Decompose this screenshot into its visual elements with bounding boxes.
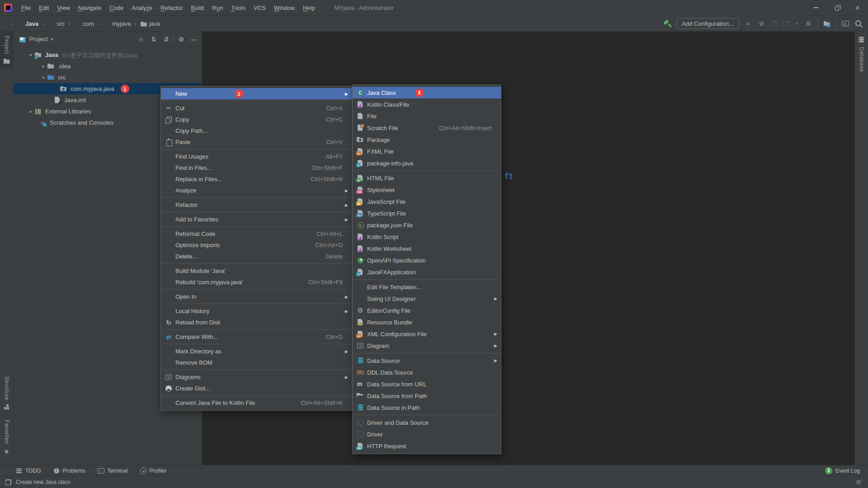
- menu-item[interactable]: XML Configuration File ▶: [353, 328, 501, 340]
- tool-button-project[interactable]: Project: [0, 32, 13, 68]
- menu-item[interactable]: Data Source from Path ▶: [353, 390, 501, 402]
- menu-item[interactable]: Find Usages Alt+F7 ▶: [161, 151, 352, 162]
- tool-window-button[interactable]: Profiler: [140, 468, 167, 474]
- locate-icon[interactable]: ⊕: [136, 34, 146, 44]
- menu-item[interactable]: Mark Directory as ▶: [161, 346, 352, 357]
- settings-gear-icon[interactable]: ⚙: [176, 34, 187, 44]
- ide-update-icon[interactable]: [854, 478, 863, 486]
- collapse-all-icon[interactable]: ⇵: [161, 34, 172, 44]
- menu-item[interactable]: Compare With... Ctrl+D ▶: [161, 331, 352, 343]
- menu-bar-item[interactable]: Build: [187, 0, 208, 16]
- menu-item[interactable]: EditorConfig File ▶: [353, 305, 501, 316]
- menu-item[interactable]: Data Source ▶: [353, 355, 501, 366]
- menu-item[interactable]: Copy Path... ▶: [161, 125, 352, 136]
- menu-item[interactable]: Reformat Code Ctrl+Alt+L ▶: [161, 228, 352, 239]
- menu-item[interactable]: JavaScript File ▶: [353, 196, 501, 207]
- menu-item[interactable]: Diagrams ▶: [161, 371, 352, 383]
- expand-all-icon[interactable]: ⇅: [148, 34, 159, 44]
- chevron-down-icon[interactable]: ▾: [51, 37, 53, 42]
- hide-icon[interactable]: —: [189, 34, 199, 44]
- breadcrumb-item[interactable]: src: [38, 20, 65, 27]
- menu-item[interactable]: Data Source from URL ▶: [353, 378, 501, 390]
- breadcrumb-item[interactable]: java: [131, 20, 160, 27]
- menu-item[interactable]: Resource Bundle ▶: [353, 316, 501, 328]
- run-options-caret-icon[interactable]: [795, 19, 799, 28]
- project-structure-icon[interactable]: [823, 19, 831, 28]
- menu-bar-item[interactable]: File: [17, 0, 35, 16]
- tree-row[interactable]: Java G:\老子学习用的文件夹\Java: [14, 49, 202, 61]
- tree-chevron-icon[interactable]: [27, 52, 34, 57]
- menu-item[interactable]: Reload from Disk ▶: [161, 317, 352, 328]
- menu-item[interactable]: Open In ▶: [161, 291, 352, 302]
- menu-bar-item[interactable]: View: [53, 0, 74, 16]
- menu-bar-item[interactable]: Help: [299, 0, 319, 16]
- project-view-title[interactable]: Project: [29, 36, 47, 42]
- menu-item[interactable]: Cut Ctrl+X ▶: [161, 103, 352, 114]
- menu-item[interactable]: Java Class 3 ▶: [353, 87, 501, 99]
- breadcrumb-item[interactable]: Java: [7, 20, 38, 27]
- menu-bar-item[interactable]: Analyze: [127, 0, 156, 16]
- tool-window-button[interactable]: Problems: [53, 468, 85, 474]
- menu-item[interactable]: Driver ▶: [353, 428, 501, 440]
- menu-item[interactable]: FXML File ▶: [353, 145, 501, 157]
- close-button[interactable]: ×: [847, 0, 868, 16]
- menu-item[interactable]: Scratch File Ctrl+Alt+Shift+Insert ▶: [353, 122, 501, 134]
- menu-item[interactable]: HTML File ▶: [353, 172, 501, 184]
- menu-item[interactable]: Rebuild 'com.myjava.java' Ctrl+Shift+F9 …: [161, 277, 352, 288]
- menu-bar-item[interactable]: Tools: [227, 0, 250, 16]
- breadcrumb-item[interactable]: com: [65, 20, 94, 27]
- menu-item[interactable]: Optimize Imports Ctrl+Alt+O ▶: [161, 239, 352, 251]
- menu-item[interactable]: Edit File Templates... ▶: [353, 281, 501, 293]
- menu-item[interactable]: Remove BOM ▶: [161, 357, 352, 368]
- tree-chevron-icon[interactable]: [27, 109, 34, 114]
- tree-chevron-icon[interactable]: [40, 64, 47, 69]
- tree-row[interactable]: .idea: [14, 61, 202, 72]
- menu-item[interactable]: Add to Favorites ▶: [161, 214, 352, 225]
- tool-window-button[interactable]: Terminal: [98, 468, 127, 474]
- menu-item[interactable]: Copy Ctrl+C ▶: [161, 114, 352, 125]
- menu-bar-item[interactable]: Code: [105, 0, 127, 16]
- menu-item[interactable]: package-info.java ▶: [353, 157, 501, 169]
- menu-item[interactable]: Create Gist... ▶: [161, 383, 352, 394]
- menu-item[interactable]: Kotlin Script ▶: [353, 231, 501, 243]
- event-log-button[interactable]: 2 Event Log: [825, 467, 868, 474]
- maximize-button[interactable]: [826, 0, 847, 16]
- menu-item[interactable]: Local History ▶: [161, 305, 352, 317]
- run-window-icon[interactable]: [841, 19, 849, 28]
- menu-item[interactable]: Replace in Files... Ctrl+Shift+R ▶: [161, 174, 352, 185]
- menu-item[interactable]: Swing UI Designer ▶: [353, 293, 501, 305]
- menu-item[interactable]: HTTP Request ▶: [353, 440, 501, 452]
- menu-item[interactable]: Diagram ▶: [353, 340, 501, 352]
- menu-item[interactable]: Driver and Data Source ▶: [353, 417, 501, 428]
- toolwindow-switcher-icon[interactable]: [5, 479, 11, 485]
- add-configuration-button[interactable]: Add Configuration...: [676, 18, 739, 29]
- debug-icon[interactable]: [757, 19, 765, 28]
- menu-bar-item[interactable]: Edit: [35, 0, 53, 16]
- menu-item[interactable]: Analyze ▶: [161, 185, 352, 196]
- menu-item[interactable]: JavaFXApplication ▶: [353, 266, 501, 278]
- menu-item[interactable]: Kotlin Worksheet ▶: [353, 243, 501, 254]
- search-everywhere-icon[interactable]: [854, 19, 863, 28]
- tree-row[interactable]: src: [14, 72, 202, 83]
- profile-icon[interactable]: [770, 19, 778, 28]
- menu-item[interactable]: Data Source in Path ▶: [353, 402, 501, 413]
- tree-chevron-icon[interactable]: [40, 75, 47, 80]
- menu-item[interactable]: Delete... Delete ▶: [161, 251, 352, 262]
- tool-button-database[interactable]: Database: [855, 32, 868, 76]
- minimize-button[interactable]: [806, 0, 826, 16]
- build-hammer-icon[interactable]: [663, 19, 671, 28]
- tool-window-button[interactable]: TODO: [16, 468, 41, 474]
- menu-item[interactable]: package.json File ▶: [353, 219, 501, 231]
- menu-item[interactable]: Stylesheet ▶: [353, 184, 501, 196]
- menu-item[interactable]: Package ▶: [353, 134, 501, 145]
- menu-bar-item[interactable]: Navigate: [74, 0, 105, 16]
- menu-item[interactable]: DDL Data Source ▶: [353, 366, 501, 378]
- stop-icon[interactable]: [804, 19, 812, 28]
- menu-bar-item[interactable]: VCS: [250, 0, 270, 16]
- menu-item[interactable]: Refactor ▶: [161, 199, 352, 211]
- menu-bar-item[interactable]: Run: [208, 0, 227, 16]
- breadcrumb-item[interactable]: myjava: [94, 20, 131, 27]
- menu-item[interactable]: OpenAPI Specification ▶: [353, 254, 501, 266]
- run-icon[interactable]: [744, 19, 752, 28]
- menu-item[interactable]: New 2 ▶: [161, 88, 352, 99]
